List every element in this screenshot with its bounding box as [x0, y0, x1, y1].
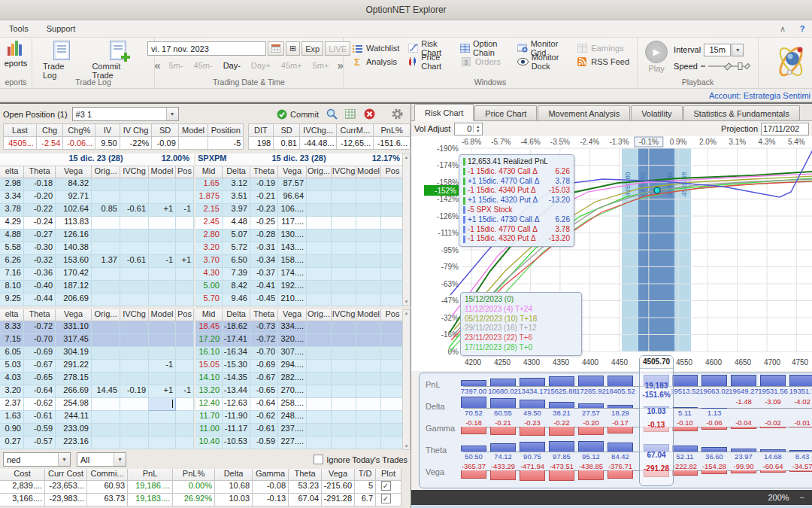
chain-cell[interactable]: 153.60 — [56, 255, 92, 268]
chain-row[interactable]: 3.20-0.64266.6914.45-0.19+1-1 — [0, 385, 194, 398]
chain-cell[interactable] — [356, 281, 381, 294]
chain-column-header[interactable]: Model — [356, 309, 381, 321]
chain-cell[interactable] — [381, 398, 404, 411]
chain-cell[interactable]: 291.22 — [56, 360, 92, 373]
chain-cell[interactable]: 2.37 — [0, 398, 24, 411]
help-icon[interactable]: ? — [792, 24, 812, 33]
scroll-up-icon[interactable]: ▴ — [403, 154, 410, 160]
play-button[interactable]: ▶ — [645, 41, 668, 63]
chain-cell[interactable]: 10.40 — [195, 437, 223, 449]
chain-cell[interactable] — [149, 242, 176, 255]
chain-cell[interactable] — [356, 385, 381, 398]
chain-cell[interactable] — [307, 230, 332, 242]
menu-tools[interactable]: Tools — [0, 24, 38, 33]
chain-row[interactable]: 0.90-0.59233.09 — [0, 424, 194, 437]
chain-cell[interactable] — [149, 424, 176, 437]
chain-column-header[interactable]: Vega — [278, 309, 307, 321]
chain-cell[interactable]: 6.26 — [0, 255, 24, 268]
windows-button-analysis[interactable]: ΣAnalysis — [351, 56, 399, 68]
chain-column-header[interactable]: Model — [356, 166, 381, 178]
chain-cell[interactable] — [307, 373, 332, 385]
chain-row[interactable]: 15.05-15.30-0.69294.... — [195, 360, 404, 373]
chain-cell[interactable]: -0.59 — [250, 437, 278, 449]
exp-button[interactable]: Exp — [301, 41, 323, 56]
totals-row[interactable]: 2,839....-23,653...60.9319,186....0.00%1… — [0, 481, 411, 494]
summary-header[interactable]: Chg% — [63, 124, 95, 137]
chain-column-header[interactable]: IVChg — [332, 309, 356, 321]
totals-column-header[interactable]: PnL% — [173, 469, 215, 481]
close-position-icon[interactable] — [364, 108, 375, 120]
ignore-trades-checkbox[interactable] — [314, 455, 323, 464]
nav-step-45m-[interactable]: 45m- — [189, 61, 218, 70]
chain-cell[interactable] — [307, 334, 332, 347]
chain-row[interactable]: 2.98-0.1884.32 — [0, 178, 194, 191]
chain-cell[interactable] — [356, 191, 381, 204]
chain-cell[interactable] — [120, 268, 149, 281]
chain-cell[interactable]: -0.44 — [24, 294, 56, 306]
chain-cell[interactable] — [176, 217, 194, 230]
chain-cell[interactable]: 2.15 — [195, 204, 223, 217]
vol-adjust-spinner[interactable]: 0 ▲▼ — [454, 123, 483, 135]
chain-cell[interactable]: -0.18 — [24, 178, 56, 191]
chain-cell[interactable]: 11.70 — [195, 411, 223, 424]
chain-cell[interactable] — [356, 217, 381, 230]
chain-cell[interactable] — [332, 334, 356, 347]
chain-cell[interactable] — [356, 437, 381, 449]
tab-volatility[interactable]: Volatility — [631, 105, 682, 120]
scroll-down-icon[interactable]: ▾ — [403, 299, 410, 305]
chain-cell[interactable]: -0.20 — [24, 191, 56, 204]
tab-price-chart[interactable]: Price Chart — [474, 105, 537, 120]
chain-cell[interactable]: -0.25 — [250, 217, 278, 230]
chain-cell[interactable]: -0.45 — [250, 294, 278, 306]
chain-cell[interactable]: 233.09 — [56, 424, 92, 437]
chain-cell[interactable] — [381, 217, 404, 230]
chain-row[interactable]: 3.34-0.2092.71 — [0, 191, 194, 204]
chain-cell[interactable] — [149, 191, 176, 204]
chain-cell[interactable]: 17.20 — [195, 334, 223, 347]
chain-cell[interactable] — [120, 437, 149, 449]
chain-cell[interactable] — [332, 178, 356, 191]
chain-row[interactable]: 3.78-0.22102.640.85-0.61+1-1 — [0, 204, 194, 217]
nav-step-5m-[interactable]: 5m- — [164, 61, 189, 70]
chain-row[interactable]: 1.653.12-0.1987.57 — [195, 178, 404, 191]
chain-cell[interactable]: -0.36 — [24, 268, 56, 281]
chain-cell[interactable] — [92, 334, 120, 347]
chain-column-header[interactable]: Orig... — [92, 166, 120, 178]
chain-cell[interactable]: 5.70 — [195, 294, 223, 306]
reports-icon[interactable] — [8, 39, 24, 59]
chain-cell[interactable] — [332, 242, 356, 255]
chain-cell[interactable] — [176, 424, 194, 437]
chain-cell[interactable]: 106.... — [278, 204, 307, 217]
summary-header[interactable]: SD — [274, 124, 300, 137]
chain-cell[interactable]: 317.45 — [56, 334, 92, 347]
chain-cell[interactable]: 278.15 — [56, 373, 92, 385]
projection-date-input[interactable]: 17/11/202 — [761, 123, 809, 135]
chain-row[interactable]: 7.16-0.36170.42 — [0, 268, 194, 281]
chain-cell[interactable]: 254.98 — [56, 398, 92, 411]
chain-cell[interactable]: 8.42 — [223, 281, 250, 294]
chain-cell[interactable] — [120, 191, 149, 204]
chain-cell[interactable] — [176, 347, 194, 360]
chain-row[interactable]: 2.454.48-0.25117.... — [195, 217, 404, 230]
chain-cell[interactable]: 5.07 — [223, 230, 250, 242]
chain-cell[interactable]: 187.12 — [56, 281, 92, 294]
risk-chart[interactable]: -6.8%-5.7%-4.6%-3.5%-2.4%-1.3%-0.1%0.9%2… — [411, 136, 812, 371]
chain-cell[interactable] — [307, 347, 332, 360]
chain-row[interactable]: 5.709.46-0.45210.... — [195, 294, 404, 306]
chain-cell[interactable] — [92, 373, 120, 385]
chain-cell[interactable] — [381, 281, 404, 294]
chain-cell[interactable] — [332, 255, 356, 268]
chain-cell[interactable]: 244.11 — [56, 411, 92, 424]
chain-cell[interactable] — [120, 373, 149, 385]
chain-column-header[interactable]: IVChg — [332, 166, 356, 178]
chain-column-header[interactable]: Mid — [195, 309, 223, 321]
chain-cell[interactable] — [307, 204, 332, 217]
chain-row[interactable]: 8.10-0.40187.12 — [0, 281, 194, 294]
chain-cell[interactable]: -1 — [176, 204, 194, 217]
chain-cell[interactable] — [149, 334, 176, 347]
chain-cell[interactable]: 13.20 — [195, 385, 223, 398]
search-icon[interactable] — [326, 108, 338, 120]
chain-cell[interactable]: -11.90 — [223, 411, 250, 424]
chain-cell[interactable] — [332, 398, 356, 411]
nav-step-Day-[interactable]: Day- — [218, 61, 246, 70]
